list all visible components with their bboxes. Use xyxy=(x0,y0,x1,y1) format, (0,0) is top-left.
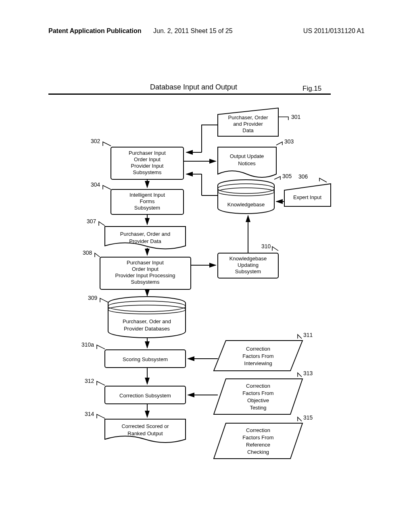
node-label: Subsystems xyxy=(131,279,160,285)
node-label: Correction Subsystem xyxy=(119,393,171,399)
node-purchaser-order-provider-db: Purchaser, Oder and Provider Databases xyxy=(108,297,186,338)
node-label: Purchaser Input xyxy=(127,260,164,266)
node-label: Objective xyxy=(247,397,269,403)
ref-label: 315 xyxy=(303,414,313,421)
ref-label: 306 xyxy=(298,173,308,180)
node-label: Intelligent Input xyxy=(129,192,165,198)
ref-label: 312 xyxy=(85,378,94,384)
node-intelligent-input-forms: Intelligent Input Forms Subsystem xyxy=(111,189,184,214)
node-label: Correction xyxy=(246,383,270,389)
node-knowledgebase-updating: Knowledgebase Updating Subsystem xyxy=(218,253,278,278)
ref-label: 305 xyxy=(282,173,292,179)
diagram-title: Database Input and Output xyxy=(60,83,327,91)
ref-label: 307 xyxy=(87,218,96,224)
node-label: Order Input xyxy=(134,156,161,162)
node-corrected-scored-output: Corrected Scored or Ranked Output xyxy=(105,419,186,443)
ref-label: 303 xyxy=(284,138,294,145)
node-label: Factors From xyxy=(242,390,273,396)
node-label: Knowledgebase xyxy=(227,202,265,208)
node-knowledgebase-db: Knowledgebase xyxy=(218,180,274,214)
node-input-subsystems: Purchaser Input Order Input Provider Inp… xyxy=(111,147,184,179)
node-label: Provider Data xyxy=(129,238,161,244)
node-label: Checking xyxy=(247,449,269,455)
node-label: Data xyxy=(242,127,254,133)
node-label: Testing xyxy=(250,405,266,411)
node-label: Factors From xyxy=(242,434,273,441)
node-label: Ranked Output xyxy=(127,430,163,436)
ref-label: 310a xyxy=(81,341,94,348)
node-label: Provider Input xyxy=(131,163,164,169)
node-label: Reference xyxy=(246,442,270,448)
node-label: Interviewing xyxy=(244,360,272,366)
node-label: Knowledgebase xyxy=(229,256,267,262)
node-purchaser-order-provider-data-output: Purchaser, Order and Provider Data xyxy=(105,227,186,249)
ref-label: 302 xyxy=(91,138,100,144)
node-label: Output Update xyxy=(230,153,264,159)
figure-number: Fig.15 xyxy=(302,85,321,93)
node-label: Scoring Subsystem xyxy=(123,356,168,362)
node-label: Updating xyxy=(238,262,259,268)
node-purchaser-order-provider-data-input: Purchaser, Order and Provider Data xyxy=(218,108,278,136)
node-label: Order Input xyxy=(132,266,159,272)
node-label: Purchaser, Order and xyxy=(120,231,170,237)
node-label: Subsystem xyxy=(134,205,160,211)
ref-label: 309 xyxy=(88,295,98,301)
header-right: US 2011/0131120 A1 xyxy=(303,27,365,35)
node-label: Correction xyxy=(246,427,270,433)
ref-label: 310 xyxy=(261,243,271,249)
flowchart-diagram: Purchaser, Order and Provider Data 301 O… xyxy=(56,105,343,492)
title-divider xyxy=(48,94,331,95)
node-correction-interviewing: Correction Factors From Interviewing xyxy=(214,341,302,371)
ref-label: 311 xyxy=(303,332,313,338)
node-label: Provider Input Processing xyxy=(115,272,175,278)
node-label: Provider Databases xyxy=(124,326,170,332)
node-correction-subsystem: Correction Subsystem xyxy=(105,386,186,404)
node-expert-input: Expert Input xyxy=(284,184,331,206)
page-container: Patent Application Publication Jun. 2, 2… xyxy=(0,0,413,532)
ref-label: 301 xyxy=(291,114,301,120)
node-label: and Provider xyxy=(233,121,263,127)
node-label: Corrected Scored or xyxy=(121,423,169,429)
node-output-update-notices: Output Update Notices xyxy=(218,147,276,177)
ref-label: 313 xyxy=(303,370,313,376)
node-correction-reference-checking: Correction Factors From Reference Checki… xyxy=(214,423,302,459)
node-label: Purchaser Input xyxy=(129,150,166,156)
node-label: Subsystems xyxy=(133,169,162,175)
node-label: Factors From xyxy=(242,353,273,359)
node-label: Expert Input xyxy=(293,194,321,200)
ref-label: 308 xyxy=(83,249,92,256)
node-label: Correction xyxy=(246,346,270,352)
node-label: Forms xyxy=(140,198,155,204)
node-input-processing-subsystems: Purchaser Input Order Input Provider Inp… xyxy=(100,257,191,289)
node-label: Subsystem xyxy=(235,268,261,274)
header-left: Patent Application Publication xyxy=(48,27,142,35)
node-label: Purchaser, Order xyxy=(228,114,269,121)
node-label: Notices xyxy=(238,160,256,166)
node-correction-objective-testing: Correction Factors From Objective Testin… xyxy=(214,379,302,414)
header-mid: Jun. 2, 2011 Sheet 15 of 25 xyxy=(153,27,233,35)
node-label: Purchaser, Oder and xyxy=(123,318,171,324)
ref-label: 314 xyxy=(85,411,94,417)
ref-label: 304 xyxy=(91,181,100,188)
node-scoring-subsystem: Scoring Subsystem xyxy=(105,350,186,368)
